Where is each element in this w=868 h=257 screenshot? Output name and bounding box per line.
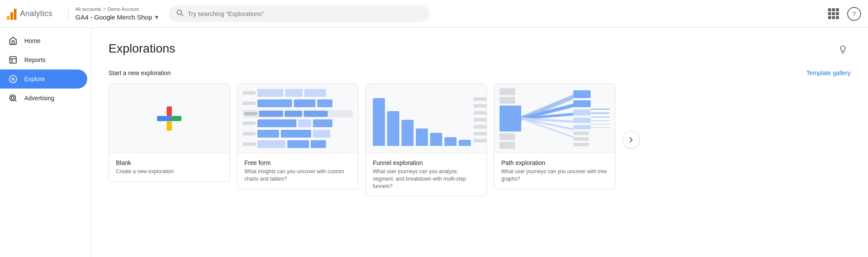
card-funnel[interactable]: Funnel exploration What user journeys ca… xyxy=(365,83,487,196)
card-freeform[interactable]: Free form What insights can you uncover … xyxy=(237,83,358,189)
advertising-icon xyxy=(9,94,17,102)
account-breadcrumb: All accounts > Demo Account xyxy=(76,6,158,12)
card-funnel-visual xyxy=(366,84,487,153)
header-actions: ? xyxy=(825,5,861,23)
sidebar-advertising-label: Advertising xyxy=(24,95,54,102)
sidebar-item-reports[interactable]: Reports xyxy=(0,50,87,69)
apps-button[interactable] xyxy=(825,5,842,23)
card-blank-info: Blank Create a new exploration xyxy=(109,153,230,181)
card-path-desc: What user journeys can you uncover with … xyxy=(501,168,608,183)
card-funnel-info: Funnel exploration What user journeys ca… xyxy=(366,153,487,196)
scroll-next-button[interactable] xyxy=(622,131,640,148)
card-freeform-info: Free form What insights can you uncover … xyxy=(237,153,358,189)
card-blank-desc: Create a new exploration xyxy=(116,168,223,175)
grid-icon xyxy=(828,8,839,19)
logo-bar-1 xyxy=(7,16,10,20)
svg-rect-10 xyxy=(172,116,181,121)
svg-rect-12 xyxy=(167,121,172,131)
lightbulb-button[interactable] xyxy=(835,42,851,57)
svg-rect-2 xyxy=(10,57,16,63)
svg-point-8 xyxy=(11,96,14,99)
exploration-cards-row: Blank Create a new exploration xyxy=(108,83,851,196)
header-divider xyxy=(68,7,69,21)
card-path[interactable]: Path exploration What user journeys can … xyxy=(494,83,615,189)
all-accounts-link[interactable]: All accounts xyxy=(76,7,101,12)
app-name: Analytics xyxy=(20,9,53,18)
search-icon xyxy=(176,9,184,19)
account-dropdown-arrow: ▾ xyxy=(155,13,158,21)
card-funnel-name: Funnel exploration xyxy=(373,159,480,166)
account-name-text: GA4 - Google Merch Shop xyxy=(76,13,152,21)
section-title: Start a new exploration xyxy=(108,69,171,76)
card-path-name: Path exploration xyxy=(501,159,608,166)
sidebar-explore-label: Explore xyxy=(24,76,45,82)
account-selector: All accounts > Demo Account GA4 - Google… xyxy=(76,6,158,21)
main-header: Explorations xyxy=(108,42,851,66)
funnel-preview xyxy=(366,84,487,153)
path-preview xyxy=(494,84,615,153)
home-icon xyxy=(9,36,17,45)
logo-bar-3 xyxy=(14,9,16,20)
svg-rect-9 xyxy=(157,116,167,121)
card-path-visual xyxy=(494,84,615,153)
logo-bar-2 xyxy=(10,12,13,20)
svg-point-5 xyxy=(10,76,17,83)
card-freeform-desc: What insights can you uncover with custo… xyxy=(244,168,351,183)
search-container xyxy=(169,5,429,22)
analytics-logo xyxy=(7,8,16,20)
demo-account-label: Demo Account xyxy=(108,7,139,12)
app-header: Analytics All accounts > Demo Account GA… xyxy=(0,0,868,28)
help-button[interactable]: ? xyxy=(847,7,861,21)
card-path-info: Path exploration What user journeys can … xyxy=(494,153,615,189)
account-name-button[interactable]: GA4 - Google Merch Shop ▾ xyxy=(76,13,158,21)
reports-icon xyxy=(9,56,17,64)
sidebar-item-advertising[interactable]: Advertising xyxy=(0,89,87,108)
card-blank-name: Blank xyxy=(116,159,223,166)
card-blank-visual xyxy=(109,84,230,153)
breadcrumb-separator: > xyxy=(103,6,106,12)
logo-link[interactable]: Analytics xyxy=(7,8,53,20)
svg-rect-13 xyxy=(167,116,172,121)
chevron-right-icon xyxy=(627,135,635,144)
freeform-preview xyxy=(237,84,358,153)
svg-rect-11 xyxy=(167,106,172,116)
card-funnel-desc: What user journeys can you analyze, segm… xyxy=(373,168,480,190)
explore-icon xyxy=(9,75,17,83)
template-gallery-link[interactable]: Template gallery xyxy=(806,69,851,76)
search-box[interactable] xyxy=(169,5,429,22)
card-blank[interactable]: Blank Create a new exploration xyxy=(108,83,230,182)
sidebar-reports-label: Reports xyxy=(24,56,46,63)
card-freeform-visual xyxy=(237,84,358,153)
section-header: Start a new exploration Template gallery xyxy=(108,69,851,76)
sidebar-item-explore[interactable]: Explore xyxy=(0,69,87,89)
sidebar-home-label: Home xyxy=(24,37,40,44)
page-title: Explorations xyxy=(108,42,175,56)
sidebar: Home Reports Explore xyxy=(0,28,91,257)
colorful-plus-icon xyxy=(157,106,181,131)
main-content: Explorations Start a new exploration Tem… xyxy=(91,28,868,257)
sidebar-item-home[interactable]: Home xyxy=(0,31,87,50)
page-layout: Home Reports Explore xyxy=(0,28,868,257)
search-input[interactable] xyxy=(188,10,422,17)
svg-point-6 xyxy=(12,78,14,80)
card-freeform-name: Free form xyxy=(244,159,351,166)
svg-line-1 xyxy=(181,14,183,16)
